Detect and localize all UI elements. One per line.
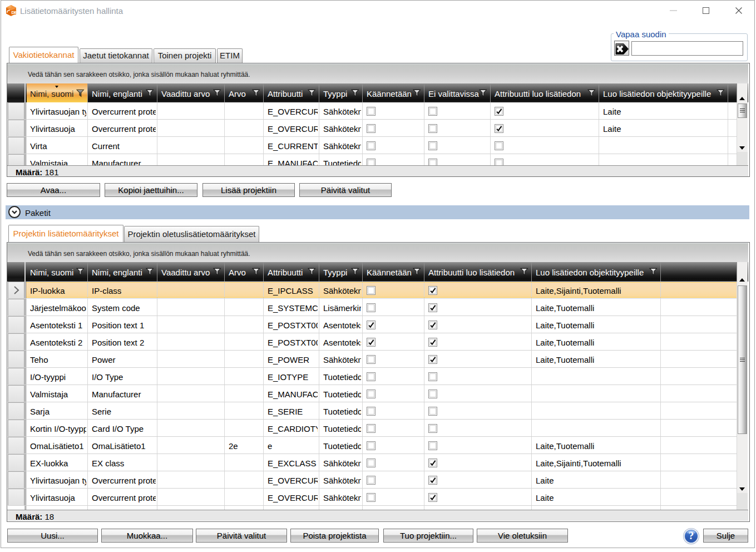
svg-text:DB: DB (12, 10, 17, 15)
